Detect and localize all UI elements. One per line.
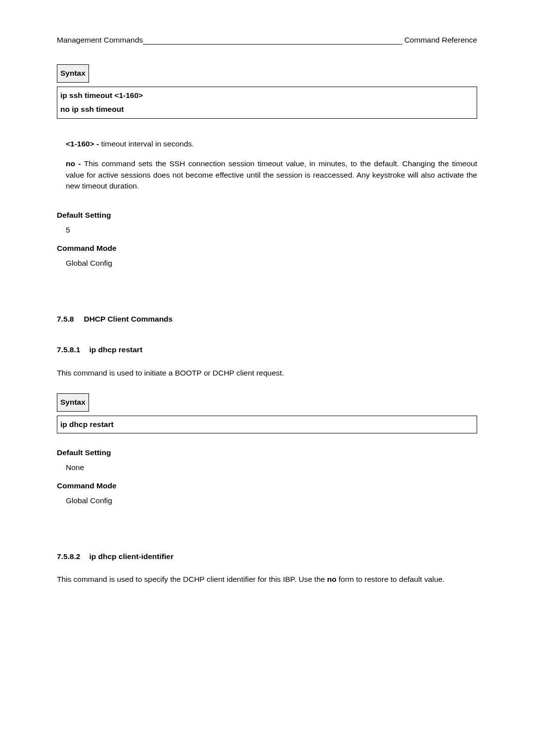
default-setting-label-2: Default Setting	[57, 447, 477, 458]
param-1: <1-160> - timeout interval in seconds.	[57, 139, 477, 149]
heading-7581: 7.5.8.1ip dhcp restart	[57, 344, 477, 355]
command-mode-label-2: Command Mode	[57, 480, 477, 491]
body-7582-pre: This command is used to specify the DCHP…	[57, 575, 327, 583]
heading-7581-title: ip dhcp restart	[89, 345, 142, 354]
body-7582-bold: no	[327, 575, 336, 583]
code-line-1: ip ssh timeout <1-160>	[60, 90, 474, 101]
header-left-text: Management Commands	[57, 35, 143, 46]
page-header: Management Commands Command Reference	[57, 35, 477, 46]
heading-758: 7.5.8DHCP Client Commands	[57, 314, 477, 325]
param-1-text: timeout interval in seconds.	[101, 140, 194, 148]
syntax-tab-1: Syntax	[57, 64, 89, 82]
heading-7582-title: ip dhcp client-identifier	[89, 552, 174, 561]
code-line-2-1: ip dhcp restart	[60, 419, 474, 430]
heading-758-title: DHCP Client Commands	[84, 315, 173, 323]
header-left-wrap: Management Commands	[57, 35, 402, 46]
heading-7582-num: 7.5.8.2	[57, 551, 80, 562]
header-right-text: Command Reference	[404, 35, 477, 46]
heading-7582: 7.5.8.2ip dhcp client-identifier	[57, 551, 477, 562]
param-1-label: <1-160> -	[66, 140, 101, 148]
syntax-tab-2: Syntax	[57, 393, 89, 411]
param-2-text: This command sets the SSH connection ses…	[66, 159, 477, 190]
body-7582: This command is used to specify the DCHP…	[57, 574, 477, 585]
heading-758-num: 7.5.8	[57, 314, 74, 325]
command-mode-value-2: Global Config	[57, 495, 477, 506]
default-setting-value-1: 5	[57, 225, 477, 236]
param-2-label: no -	[66, 159, 84, 168]
syntax-codebox-1: ip ssh timeout <1-160> no ip ssh timeout	[57, 87, 477, 119]
heading-7581-num: 7.5.8.1	[57, 344, 80, 355]
command-mode-value-1: Global Config	[57, 258, 477, 269]
body-7581: This command is used to initiate a BOOTP…	[57, 368, 477, 378]
header-underline	[143, 44, 402, 45]
code-line-2: no ip ssh timeout	[60, 104, 474, 115]
default-setting-label-1: Default Setting	[57, 210, 477, 221]
command-mode-label-1: Command Mode	[57, 243, 477, 254]
default-setting-value-2: None	[57, 462, 477, 473]
syntax-codebox-2: ip dhcp restart	[57, 416, 477, 433]
param-2: no - This command sets the SSH connectio…	[57, 158, 477, 191]
body-7582-post: form to restore to default value.	[336, 575, 445, 583]
